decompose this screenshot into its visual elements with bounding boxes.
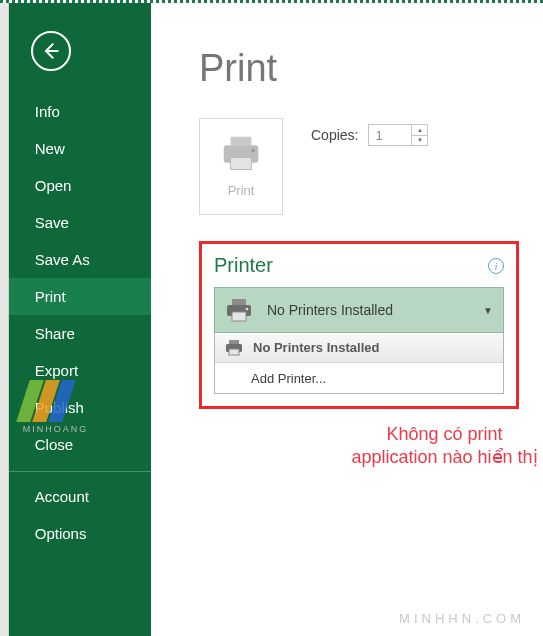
sidebar-item-open[interactable]: Open — [9, 167, 151, 204]
back-button[interactable] — [31, 31, 71, 71]
add-printer-item[interactable]: Add Printer... — [215, 363, 503, 393]
copies-up-button[interactable]: ▲ — [412, 125, 427, 136]
menu-divider — [9, 471, 151, 472]
printer-small-icon — [225, 340, 243, 356]
sidebar-item-print[interactable]: Print — [9, 278, 151, 315]
printer-icon — [225, 298, 253, 322]
brand-watermark: MINHHN.COM — [399, 611, 525, 626]
copies-spinner[interactable]: ▲ ▼ — [368, 124, 428, 146]
copies-down-button[interactable]: ▼ — [412, 136, 427, 146]
sidebar-item-share[interactable]: Share — [9, 315, 151, 352]
dropdown-header-item[interactable]: No Printers Installed — [215, 333, 503, 363]
sidebar-item-save[interactable]: Save — [9, 204, 151, 241]
sidebar-item-options[interactable]: Options — [9, 515, 151, 552]
sidebar-item-info[interactable]: Info — [9, 93, 151, 130]
sidebar-item-publish[interactable]: Publish — [9, 389, 151, 426]
sidebar-item-close[interactable]: Close — [9, 426, 151, 463]
svg-rect-7 — [232, 312, 246, 321]
printer-dropdown[interactable]: No Printers Installed ▼ — [214, 287, 504, 333]
svg-rect-5 — [232, 299, 246, 305]
print-button[interactable]: Print — [199, 118, 283, 215]
sidebar-item-save-as[interactable]: Save As — [9, 241, 151, 278]
dropdown-header-label: No Printers Installed — [253, 340, 379, 355]
sidebar-item-export[interactable]: Export — [9, 352, 151, 389]
arrow-left-icon — [41, 41, 61, 61]
backstage-sidebar: Info New Open Save Save As Print Share E… — [9, 3, 151, 636]
svg-point-4 — [251, 149, 254, 152]
copies-input[interactable] — [369, 128, 409, 143]
backstage-footer-menu: Account Options — [9, 478, 151, 552]
highlight-annotation: Printer i No Printers Installed ▼ No Pri… — [199, 241, 519, 409]
svg-rect-3 — [231, 157, 252, 169]
svg-point-8 — [246, 308, 249, 311]
svg-rect-11 — [229, 349, 239, 355]
selected-printer-label: No Printers Installed — [267, 302, 483, 318]
printer-dropdown-list: No Printers Installed Add Printer... — [214, 333, 504, 394]
backstage-menu: Info New Open Save Save As Print Share E… — [9, 93, 151, 463]
sidebar-item-account[interactable]: Account — [9, 478, 151, 515]
printer-section-title: Printer — [214, 254, 273, 277]
chevron-down-icon: ▼ — [483, 305, 493, 316]
print-panel: Print Print Copies: ▲ ▼ — [151, 3, 543, 636]
info-icon[interactable]: i — [488, 258, 504, 274]
annotation-callout: Không có print application nào hiển thị — [346, 423, 543, 470]
copies-label: Copies: — [311, 127, 358, 143]
sidebar-item-new[interactable]: New — [9, 130, 151, 167]
left-strip — [0, 3, 9, 636]
svg-rect-9 — [229, 340, 239, 344]
add-printer-label: Add Printer... — [251, 371, 326, 386]
svg-rect-1 — [231, 137, 252, 146]
printer-large-icon — [220, 135, 262, 173]
page-title: Print — [199, 47, 519, 90]
print-button-label: Print — [228, 183, 255, 198]
